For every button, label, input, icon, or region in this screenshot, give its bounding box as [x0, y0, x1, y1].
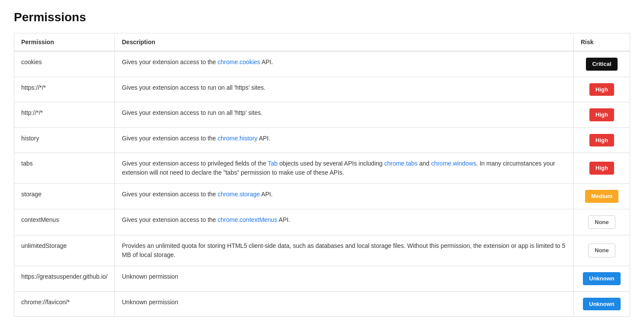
risk-badge-cell: Unknown	[574, 291, 630, 317]
permission-description: Gives your extension access to the chrom…	[115, 51, 574, 77]
permission-description: Unknown permission	[115, 291, 574, 317]
risk-badge-cell: None	[574, 235, 630, 266]
risk-badge-cell: High	[574, 102, 630, 128]
permission-description: Provides an unlimited quota for storing …	[115, 235, 574, 266]
risk-badge: Unknown	[583, 298, 621, 311]
col-header-risk: Risk	[574, 33, 630, 52]
permission-name: https://greatsuspender.github.io/	[14, 266, 115, 292]
table-row: https://*/*Gives your extension access t…	[14, 77, 630, 102]
risk-badge-cell: High	[574, 127, 630, 153]
table-row: storageGives your extension access to th…	[14, 184, 630, 209]
risk-badge: None	[588, 244, 615, 257]
table-row: contextMenusGives your extension access …	[14, 209, 630, 235]
risk-badge-cell: Unknown	[574, 266, 630, 292]
chrome-api-link[interactable]: chrome.history	[218, 135, 257, 142]
permission-name: https://*/*	[14, 77, 115, 102]
page-title: Permissions	[14, 10, 630, 24]
table-row: unlimitedStorageProvides an unlimited qu…	[14, 235, 630, 266]
risk-badge: High	[589, 134, 614, 147]
chrome-api-link[interactable]: chrome.cookies	[218, 59, 260, 65]
permission-name: storage	[14, 184, 115, 209]
permission-description: Unknown permission	[115, 266, 574, 292]
col-header-description: Description	[115, 33, 574, 52]
risk-badge-cell: Medium	[574, 184, 630, 209]
permission-description: Gives your extension access to privilege…	[115, 153, 574, 184]
risk-badge: None	[588, 215, 615, 229]
risk-badge: Unknown	[583, 272, 621, 285]
permission-description: Gives your extension access to the chrom…	[115, 209, 574, 235]
permission-name: tabs	[14, 153, 115, 184]
permission-name: history	[14, 127, 115, 153]
permissions-table: Permission Description Risk cookiesGives…	[14, 33, 630, 317]
risk-badge: High	[589, 162, 614, 175]
permission-description: Gives your extension access to the chrom…	[115, 127, 574, 153]
chrome-api-link[interactable]: chrome.storage	[218, 191, 260, 198]
chrome-api-link[interactable]: chrome.tabs	[384, 160, 417, 167]
permission-name: cookies	[14, 51, 115, 77]
permission-name: http://*/*	[14, 102, 115, 128]
table-row: historyGives your extension access to th…	[14, 127, 630, 153]
table-row: http://*/*Gives your extension access to…	[14, 102, 630, 128]
risk-badge-cell: None	[574, 209, 630, 235]
risk-badge-cell: High	[574, 77, 630, 102]
permission-description: Gives your extension access to run on al…	[115, 77, 574, 102]
permission-description: Gives your extension access to the chrom…	[115, 184, 574, 209]
table-row: cookiesGives your extension access to th…	[14, 51, 630, 77]
risk-badge: Medium	[585, 190, 618, 203]
permission-description: Gives your extension access to run on al…	[115, 102, 574, 128]
risk-badge: Critical	[586, 58, 617, 71]
risk-badge-cell: Critical	[574, 51, 630, 77]
table-row: https://greatsuspender.github.io/Unknown…	[14, 266, 630, 292]
risk-badge: High	[589, 83, 614, 96]
chrome-api-link[interactable]: chrome.contextMenus	[218, 216, 277, 223]
table-row: tabsGives your extension access to privi…	[14, 153, 630, 184]
risk-badge-cell: High	[574, 153, 630, 184]
permission-name: chrome://favicon/*	[14, 291, 115, 317]
col-header-permission: Permission	[14, 33, 115, 52]
risk-badge: High	[589, 108, 614, 121]
chrome-api-link[interactable]: chrome.windows	[431, 160, 476, 167]
permission-name: unlimitedStorage	[14, 235, 115, 266]
permission-name: contextMenus	[14, 209, 115, 235]
chrome-api-link[interactable]: Tab	[268, 160, 278, 167]
table-row: chrome://favicon/*Unknown permissionUnkn…	[14, 291, 630, 317]
